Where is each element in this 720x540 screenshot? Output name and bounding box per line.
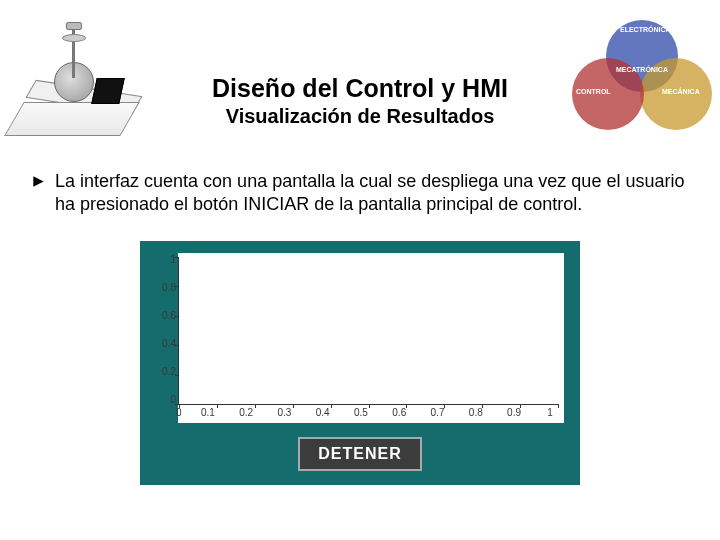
hmi-results-panel: 10.80.60.40.20 00.10.20.30.40.50.60.70.8…	[140, 241, 580, 485]
bullet-text: La interfaz cuenta con una pantalla la c…	[55, 170, 688, 215]
triangle-bullet-icon	[32, 174, 45, 192]
slide-header: Diseño del Control y HMI Visualización d…	[0, 0, 720, 150]
x-tick-label: 0.1	[201, 407, 215, 423]
x-tick-label: 0.9	[507, 407, 521, 423]
venn-right-label: MECÁNICA	[662, 88, 700, 95]
page-subtitle: Visualización de Resultados	[150, 105, 570, 128]
y-tick-label: 0.2	[162, 367, 176, 377]
y-axis-labels: 10.80.60.40.20	[148, 253, 176, 405]
x-tick-label: 1	[547, 407, 553, 423]
title-block: Diseño del Control y HMI Visualización d…	[150, 75, 570, 128]
y-tick-label: 0.8	[162, 283, 176, 293]
y-tick-label: 0.4	[162, 339, 176, 349]
page-title: Diseño del Control y HMI	[150, 75, 570, 103]
mechanical-illustration	[8, 18, 138, 138]
results-chart: 10.80.60.40.20 00.10.20.30.40.50.60.70.8…	[178, 253, 564, 423]
stop-button[interactable]: DETENER	[298, 437, 421, 471]
venn-center-label: MECATRÓNICA	[612, 66, 672, 73]
bullet-list: La interfaz cuenta con una pantalla la c…	[32, 170, 688, 215]
y-tick-label: 0.6	[162, 311, 176, 321]
x-tick-label: 0.4	[316, 407, 330, 423]
venn-left-label: CONTROL	[576, 88, 611, 95]
x-tick-label: 0.2	[239, 407, 253, 423]
x-tick-label: 0.5	[354, 407, 368, 423]
x-axis-labels: 00.10.20.30.40.50.60.70.80.91	[178, 407, 558, 423]
bullet-item: La interfaz cuenta con una pantalla la c…	[32, 170, 688, 215]
x-tick-label: 0.3	[278, 407, 292, 423]
x-tick-label: 0	[176, 407, 182, 423]
venn-top-label: ELECTRÓNICA	[620, 26, 671, 33]
x-tick-label: 0.8	[469, 407, 483, 423]
x-tick-label: 0.6	[392, 407, 406, 423]
x-tick-label: 0.7	[431, 407, 445, 423]
venn-diagram: ELECTRÓNICA CONTROL MECÁNICA MECATRÓNICA	[572, 18, 712, 138]
plot-area	[178, 257, 558, 405]
